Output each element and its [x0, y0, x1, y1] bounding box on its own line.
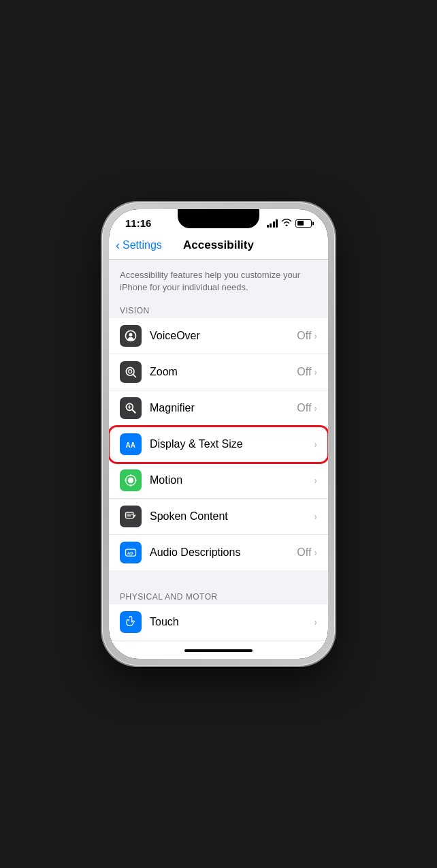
description-text: Accessibility features help you customiz… [120, 269, 317, 294]
svg-point-12 [130, 475, 132, 477]
status-icons [267, 218, 312, 228]
voiceover-item[interactable]: VoiceOver Off › [109, 318, 328, 354]
notch [178, 209, 259, 228]
physical-motor-group: Touch › Face ID & [109, 604, 328, 642]
svg-point-10 [128, 478, 133, 483]
svg-point-13 [130, 485, 132, 487]
zoom-label: Zoom [150, 366, 297, 378]
display-text-size-icon: AA [120, 433, 142, 455]
wifi-icon [281, 218, 292, 228]
spoken-content-item[interactable]: Spoken Content › [109, 499, 328, 535]
voiceover-icon [120, 325, 142, 347]
touch-item[interactable]: Touch › [109, 604, 328, 640]
battery-icon [295, 219, 312, 228]
voiceover-label: VoiceOver [150, 330, 297, 342]
motion-item[interactable]: Motion › [109, 463, 328, 499]
status-time: 11:16 [125, 217, 151, 229]
magnifier-label: Magnifier [150, 402, 297, 414]
phone-inner: 11:16 [109, 209, 328, 659]
touch-chevron: › [314, 617, 317, 627]
svg-text:AA: AA [126, 441, 135, 449]
voiceover-value: Off [297, 330, 311, 342]
display-text-size-label: Display & Text Size [150, 438, 314, 450]
svg-point-14 [125, 480, 127, 482]
zoom-value: Off [297, 366, 311, 378]
zoom-icon [120, 361, 142, 383]
back-label[interactable]: Settings [123, 239, 162, 251]
signal-icon [267, 219, 278, 228]
section-header-physical: PHYSICAL AND MOTOR [109, 587, 328, 604]
page-title: Accessibility [183, 238, 254, 252]
description-section: Accessibility features help you customiz… [109, 260, 328, 300]
touch-icon [120, 611, 142, 633]
svg-line-3 [133, 375, 135, 377]
svg-point-15 [135, 480, 137, 482]
phone-frame: 11:16 [102, 202, 335, 666]
section-header-vision: VISION [109, 300, 328, 318]
spoken-content-label: Spoken Content [150, 510, 314, 523]
home-indicator [109, 642, 328, 659]
spoken-content-icon [120, 506, 142, 527]
status-bar: 11:16 [109, 209, 328, 233]
audio-descriptions-label: Audio Descriptions [150, 546, 297, 559]
svg-line-6 [133, 410, 135, 413]
nav-bar: ‹ Settings Accessibility [109, 233, 328, 260]
content-area: Accessibility features help you customiz… [109, 260, 328, 642]
back-button[interactable]: ‹ Settings [116, 238, 162, 253]
svg-point-1 [129, 333, 133, 337]
motion-label: Motion [150, 474, 314, 486]
magnifier-value: Off [297, 402, 311, 414]
svg-text:AD: AD [127, 551, 133, 555]
zoom-chevron: › [314, 367, 317, 377]
touch-label: Touch [150, 616, 314, 628]
display-text-size-chevron: › [314, 439, 317, 450]
back-chevron-icon: ‹ [116, 238, 120, 253]
audio-descriptions-chevron: › [314, 547, 317, 558]
motion-icon [120, 469, 142, 491]
svg-rect-16 [126, 513, 134, 518]
audio-descriptions-item[interactable]: AD Audio Descriptions Off › [109, 535, 328, 570]
voiceover-chevron: › [314, 330, 317, 341]
magnifier-icon [120, 397, 142, 419]
vision-group: VoiceOver Off › Zoom [109, 318, 328, 570]
screen: 11:16 [109, 209, 328, 659]
face-id-attention-item[interactable]: Face ID & Attention › [109, 640, 328, 642]
audio-descriptions-value: Off [297, 546, 311, 559]
display-text-size-item[interactable]: AA Display & Text Size › [109, 427, 328, 463]
magnifier-item[interactable]: Magnifier Off › [109, 390, 328, 427]
motion-chevron: › [314, 475, 317, 486]
magnifier-chevron: › [314, 403, 317, 414]
home-bar [184, 649, 253, 652]
spoken-content-chevron: › [314, 511, 317, 522]
audio-descriptions-icon: AD [120, 542, 142, 563]
zoom-item[interactable]: Zoom Off › [109, 354, 328, 390]
svg-point-4 [129, 370, 132, 373]
